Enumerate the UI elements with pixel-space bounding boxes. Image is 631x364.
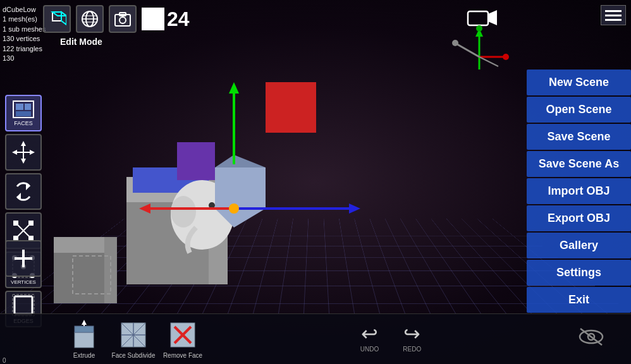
undo-label: UNDO	[360, 346, 379, 353]
extra-count: 130	[3, 54, 46, 63]
svg-rect-21	[73, 256, 111, 294]
svg-marker-16	[349, 203, 360, 214]
extrude-icon	[68, 319, 100, 351]
hamburger-menu-button[interactable]	[601, 5, 626, 25]
svg-rect-0	[266, 82, 316, 133]
remove-face-tool[interactable]: Remove Face	[161, 319, 205, 359]
bottom-toolbar: Extrude Face Subdivide	[0, 313, 631, 364]
svg-point-6	[171, 180, 234, 250]
faces-label: FACES	[14, 120, 33, 126]
svg-marker-78	[82, 320, 87, 325]
svg-rect-58	[13, 221, 18, 226]
svg-line-27	[457, 44, 479, 57]
coordinate-display: 0	[3, 357, 6, 364]
svg-marker-10	[215, 155, 266, 167]
rotate-tool[interactable]	[5, 173, 42, 210]
svg-marker-9	[215, 167, 266, 228]
svg-rect-59	[28, 221, 34, 226]
save-scene-as-button[interactable]: Save Scene As	[527, 151, 631, 177]
svg-marker-43	[488, 10, 497, 25]
svg-point-8	[209, 202, 215, 209]
edit-mode-label: Edit Mode	[60, 37, 102, 47]
extrude-label: Extrude	[73, 352, 95, 359]
svg-point-28	[452, 40, 458, 46]
frame-box	[142, 8, 164, 30]
triangle-count: 122 triangles	[3, 44, 46, 54]
export-obj-button[interactable]: Export OBJ	[527, 205, 631, 231]
move-tool[interactable]	[5, 134, 42, 171]
undo-button[interactable]: ↩ UNDO	[360, 322, 379, 353]
globe-button[interactable]	[76, 5, 104, 33]
svg-rect-41	[144, 10, 162, 28]
scene-objects	[51, 51, 493, 316]
svg-rect-4	[133, 167, 209, 193]
orientation-gizmo	[448, 25, 511, 76]
frame-indicator: 24	[142, 8, 190, 31]
import-obj-button[interactable]: Import OBJ	[527, 178, 631, 204]
3d-viewport[interactable]: dCubeLow 1 mesh(es) 1 sub meshes 130 ver…	[0, 0, 631, 364]
new-scene-button[interactable]: New Scene	[527, 70, 631, 95]
open-scene-button[interactable]: Open Scene	[527, 97, 631, 123]
svg-rect-45	[16, 104, 23, 110]
svg-rect-1	[126, 202, 209, 284]
svg-rect-75	[75, 332, 94, 348]
svg-rect-19	[54, 237, 104, 253]
svg-rect-46	[25, 104, 31, 110]
redo-label: REDO	[403, 346, 421, 353]
svg-rect-20	[104, 237, 117, 303]
add-object-button[interactable]	[5, 240, 42, 277]
camera-button[interactable]	[467, 8, 498, 32]
settings-button[interactable]: Settings	[527, 260, 631, 286]
faces-tool[interactable]: FACES	[5, 95, 42, 131]
face-subdivide-icon	[118, 319, 149, 351]
svg-rect-47	[16, 111, 31, 116]
gallery-button[interactable]: Gallery	[527, 233, 631, 258]
svg-rect-18	[54, 253, 104, 303]
undo-icon: ↩	[361, 322, 378, 346]
cube-view-button[interactable]	[43, 5, 71, 33]
svg-marker-52	[12, 150, 17, 155]
save-scene-button[interactable]: Save Scene	[527, 124, 631, 150]
remove-face-icon	[167, 319, 199, 351]
face-subdivide-tool[interactable]: Face Subdivide	[111, 319, 156, 359]
remove-face-label: Remove Face	[163, 352, 202, 359]
svg-marker-12	[229, 82, 239, 94]
svg-rect-5	[177, 142, 215, 180]
visibility-toggle-button[interactable]	[577, 326, 606, 350]
right-panel-menu: New Scene Open Scene Save Scene Save Sce…	[527, 70, 631, 313]
redo-button[interactable]: ↪ REDO	[403, 322, 421, 353]
svg-marker-51	[21, 159, 26, 164]
svg-line-29	[479, 57, 498, 66]
hamburger-line-1	[605, 10, 622, 12]
svg-point-39	[119, 17, 126, 23]
redo-icon: ↪	[403, 322, 420, 346]
hamburger-line-3	[605, 19, 622, 21]
svg-point-7	[171, 196, 196, 228]
svg-point-17	[229, 203, 239, 214]
left-toolbar: FACES	[5, 95, 42, 327]
svg-marker-32	[52, 12, 66, 16]
svg-rect-3	[209, 177, 228, 284]
svg-marker-14	[139, 203, 150, 214]
svg-marker-50	[21, 141, 26, 146]
face-subdivide-label: Face Subdivide	[112, 352, 156, 359]
hamburger-line-2	[605, 15, 622, 16]
vertices-label: VERTICES	[11, 279, 36, 285]
frame-number: 24	[167, 8, 190, 31]
svg-rect-2	[126, 177, 209, 202]
extrude-tool[interactable]: Extrude	[62, 319, 106, 359]
screenshot-button[interactable]	[109, 5, 137, 33]
top-toolbar: 24	[38, 0, 195, 38]
svg-marker-53	[30, 150, 35, 155]
svg-rect-76	[75, 326, 94, 332]
svg-rect-68	[13, 294, 34, 316]
svg-rect-42	[468, 11, 488, 25]
exit-button[interactable]: Exit	[527, 287, 631, 313]
svg-point-26	[503, 54, 509, 60]
